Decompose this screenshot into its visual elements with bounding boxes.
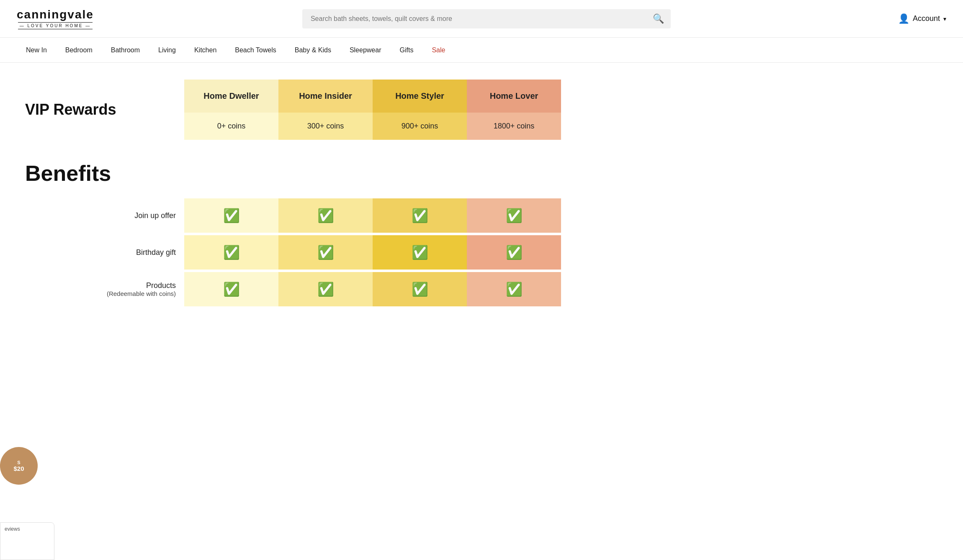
- tier-1-coins: 0+ coins: [184, 113, 278, 140]
- nav-item-sleepwear[interactable]: Sleepwear: [340, 38, 391, 63]
- tier-2-header: Home Insider: [278, 80, 373, 113]
- tier-2-coins: 300+ coins: [278, 113, 373, 140]
- check-icon: ✅: [317, 244, 334, 260]
- vip-tiers-table: Home Dweller Home Insider Home Styler Ho…: [184, 80, 561, 140]
- benefits-title: Benefits: [25, 161, 561, 186]
- benefit-cell-1-4: ✅: [467, 198, 561, 233]
- benefit-cell-3-3: ✅: [373, 272, 467, 306]
- benefit-cells-birthday: ✅ ✅ ✅ ✅: [184, 235, 561, 270]
- check-icon: ✅: [317, 281, 334, 297]
- search-bar: 🔍: [302, 9, 671, 28]
- benefit-cell-1-2: ✅: [278, 198, 373, 233]
- check-icon: ✅: [412, 281, 428, 297]
- account-icon: 👤: [898, 13, 909, 24]
- benefit-cell-1-1: ✅: [184, 198, 278, 233]
- check-icon: ✅: [506, 244, 523, 260]
- check-icon: ✅: [506, 281, 523, 297]
- benefit-label-join-up: Join up offer: [25, 198, 184, 233]
- benefit-cell-2-4: ✅: [467, 235, 561, 270]
- nav-item-sale[interactable]: Sale: [422, 38, 454, 63]
- benefit-cell-3-2: ✅: [278, 272, 373, 306]
- chevron-down-icon: ▾: [943, 15, 946, 22]
- check-icon: ✅: [317, 208, 334, 223]
- logo-name: canningvale: [17, 8, 94, 21]
- nav-item-bathroom[interactable]: Bathroom: [102, 38, 149, 63]
- check-icon: ✅: [223, 281, 240, 297]
- main-nav: New In Bedroom Bathroom Living Kitchen B…: [0, 38, 963, 63]
- nav-item-living[interactable]: Living: [149, 38, 185, 63]
- nav-item-gifts[interactable]: Gifts: [390, 38, 422, 63]
- benefit-cell-2-2: ✅: [278, 235, 373, 270]
- tier-4-coins: 1800+ coins: [467, 113, 561, 140]
- tier-coins-row: 0+ coins 300+ coins 900+ coins 1800+ coi…: [184, 113, 561, 140]
- site-header: canningvale — LOVE YOUR HOME — 🔍 👤 Accou…: [0, 0, 963, 38]
- tier-3-coins: 900+ coins: [373, 113, 467, 140]
- vip-rewards-title: VIP Rewards: [25, 80, 184, 140]
- search-input[interactable]: [302, 9, 671, 28]
- main-content: VIP Rewards Home Dweller Home Insider Ho…: [0, 63, 586, 326]
- benefit-row-products: Products (Redeemable with coins) ✅ ✅ ✅ ✅: [25, 272, 561, 306]
- benefit-cells-products: ✅ ✅ ✅ ✅: [184, 272, 561, 306]
- benefit-row-birthday: Birthday gift ✅ ✅ ✅ ✅: [25, 235, 561, 270]
- search-button[interactable]: 🔍: [653, 13, 664, 24]
- tier-1-header: Home Dweller: [184, 80, 278, 113]
- account-menu[interactable]: 👤 Account ▾: [879, 13, 946, 24]
- logo-tagline: — LOVE YOUR HOME —: [18, 22, 93, 29]
- benefit-cell-2-3: ✅: [373, 235, 467, 270]
- check-icon: ✅: [412, 208, 428, 223]
- tier-4-header: Home Lover: [467, 80, 561, 113]
- tier-3-header: Home Styler: [373, 80, 467, 113]
- benefit-row-join-up: Join up offer ✅ ✅ ✅ ✅: [25, 198, 561, 233]
- tier-header-row: Home Dweller Home Insider Home Styler Ho…: [184, 80, 561, 113]
- nav-item-bedroom[interactable]: Bedroom: [56, 38, 102, 63]
- account-label: Account: [913, 14, 940, 23]
- check-icon: ✅: [412, 244, 428, 260]
- benefits-section: Benefits Join up offer ✅ ✅ ✅: [25, 161, 561, 306]
- nav-item-baby-kids[interactable]: Baby & Kids: [286, 38, 340, 63]
- logo[interactable]: canningvale — LOVE YOUR HOME —: [17, 8, 94, 29]
- check-icon: ✅: [506, 208, 523, 223]
- vip-rewards-section: VIP Rewards Home Dweller Home Insider Ho…: [25, 80, 561, 140]
- benefit-cells-join-up: ✅ ✅ ✅ ✅: [184, 198, 561, 233]
- benefit-label-birthday: Birthday gift: [25, 235, 184, 270]
- benefits-table: Join up offer ✅ ✅ ✅ ✅: [25, 198, 561, 306]
- check-icon: ✅: [223, 244, 240, 260]
- search-icon: 🔍: [653, 13, 664, 24]
- nav-item-beach-towels[interactable]: Beach Towels: [226, 38, 285, 63]
- nav-item-kitchen[interactable]: Kitchen: [185, 38, 226, 63]
- benefit-cell-3-4: ✅: [467, 272, 561, 306]
- benefit-cell-1-3: ✅: [373, 198, 467, 233]
- check-icon: ✅: [223, 208, 240, 223]
- benefit-label-products: Products (Redeemable with coins): [25, 272, 184, 306]
- benefit-cell-2-1: ✅: [184, 235, 278, 270]
- nav-item-new-in[interactable]: New In: [17, 38, 56, 63]
- benefit-cell-3-1: ✅: [184, 272, 278, 306]
